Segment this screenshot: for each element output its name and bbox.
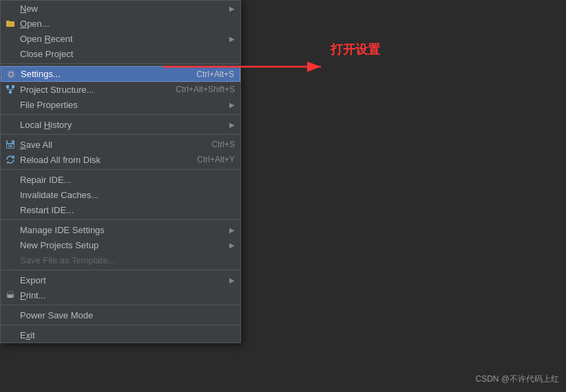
menu-item-new-projects-setup[interactable]: New Projects Setup ▶ xyxy=(1,237,240,252)
menu-item-file-properties-label: File Properties xyxy=(20,100,229,110)
menu-item-manage-ide-settings-label: Manage IDE Settings xyxy=(20,225,229,235)
menu-item-file-properties-arrow: ▶ xyxy=(229,101,235,109)
svg-rect-4 xyxy=(12,85,14,88)
menu-item-new[interactable]: New ▶ xyxy=(1,1,240,16)
menu-item-invalidate-caches-label: Invalidate Caches... xyxy=(20,190,235,200)
separator-5 xyxy=(1,219,240,220)
menu-item-save-all[interactable]: Save All Ctrl+S xyxy=(1,137,240,152)
menu-item-project-structure-shortcut: Ctrl+Alt+Shift+S xyxy=(162,85,235,94)
menu-item-save-all-label: Save All xyxy=(20,140,198,150)
separator-4 xyxy=(1,169,240,170)
svg-rect-1 xyxy=(6,21,10,22)
svg-rect-7 xyxy=(8,140,12,143)
menu-item-reload[interactable]: Reload All from Disk Ctrl+Alt+Y xyxy=(1,152,240,167)
menu-item-close-project-label: Close Project xyxy=(20,49,235,59)
menu-item-manage-ide-settings[interactable]: Manage IDE Settings ▶ xyxy=(1,222,240,237)
menu-item-save-file-as-template[interactable]: Save File as Template... xyxy=(1,252,240,268)
svg-rect-13 xyxy=(8,297,12,298)
separator-2 xyxy=(1,114,240,115)
svg-rect-0 xyxy=(6,21,14,27)
svg-point-2 xyxy=(9,72,13,76)
menu-item-new-projects-setup-arrow: ▶ xyxy=(229,241,235,249)
menu-item-open-recent[interactable]: Open Recent ▶ xyxy=(1,31,240,46)
menu-item-reload-label: Reload All from Disk xyxy=(20,155,183,165)
menu-item-project-structure-label: Project Structure... xyxy=(20,85,162,95)
menu-item-reload-shortcut: Ctrl+Alt+Y xyxy=(183,155,235,164)
menu-item-open-recent-arrow: ▶ xyxy=(229,35,235,43)
menu-item-repair-ide-label: Repair IDE... xyxy=(20,175,235,185)
menu-item-save-file-as-template-label: Save File as Template... xyxy=(20,255,235,265)
menu-item-new-arrow: ▶ xyxy=(229,5,235,12)
svg-rect-12 xyxy=(8,296,12,296)
annotation-text: 打开设置 xyxy=(331,41,380,58)
menu-item-open-recent-label: Open Recent xyxy=(20,34,229,44)
svg-rect-3 xyxy=(6,85,9,88)
watermark: CSDN @不许代码上红 xyxy=(475,373,559,385)
menu-item-new-label: New xyxy=(20,3,229,14)
menu-item-export-label: Export xyxy=(20,275,229,285)
menu-item-exit[interactable]: Exit xyxy=(1,327,240,342)
menu-item-local-history-label: Local History xyxy=(20,120,229,130)
menu-item-project-structure[interactable]: Project Structure... Ctrl+Alt+Shift+S xyxy=(1,82,240,97)
menu-item-open-label: Open... xyxy=(20,19,235,29)
menu-item-print[interactable]: Print... xyxy=(1,287,240,303)
menu-item-repair-ide[interactable]: Repair IDE... xyxy=(1,172,240,187)
menu-item-exit-label: Exit xyxy=(20,330,235,340)
menu-item-local-history[interactable]: Local History ▶ xyxy=(1,117,240,132)
menu-item-print-label: Print... xyxy=(20,290,235,301)
menu-item-restart-ide[interactable]: Restart IDE... xyxy=(1,202,240,217)
menu-item-power-save-mode[interactable]: Power Save Mode xyxy=(1,307,240,323)
menu-item-settings-label: Settings... xyxy=(21,69,182,79)
separator-6 xyxy=(1,270,240,270)
separator-3 xyxy=(1,134,240,135)
menu-item-open[interactable]: Open... xyxy=(1,16,240,31)
folder-icon xyxy=(5,18,16,29)
svg-rect-5 xyxy=(9,91,12,94)
menu-item-invalidate-caches[interactable]: Invalidate Caches... xyxy=(1,187,240,202)
settings-icon xyxy=(6,69,17,80)
separator-7 xyxy=(1,305,240,305)
menu-item-new-projects-setup-label: New Projects Setup xyxy=(20,240,229,250)
save-icon xyxy=(5,139,16,150)
menu-item-manage-ide-settings-arrow: ▶ xyxy=(229,226,235,234)
menu-item-power-save-mode-label: Power Save Mode xyxy=(20,310,235,320)
menu-item-local-history-arrow: ▶ xyxy=(229,121,235,129)
menu-item-settings-shortcut: Ctrl+Alt+S xyxy=(182,69,234,79)
menu-item-export-arrow: ▶ xyxy=(229,276,235,284)
svg-rect-9 xyxy=(8,145,12,147)
project-structure-icon xyxy=(5,84,16,95)
menu-item-export[interactable]: Export ▶ xyxy=(1,272,240,287)
menu-item-file-properties[interactable]: File Properties ▶ xyxy=(1,97,240,112)
menu-item-close-project[interactable]: Close Project xyxy=(1,46,240,61)
menu-item-settings[interactable]: Settings... Ctrl+Alt+S xyxy=(1,66,240,82)
svg-rect-11 xyxy=(8,292,13,294)
file-menu: New ▶ Open... Open Recent ▶ Close Projec… xyxy=(0,0,241,343)
print-icon xyxy=(5,290,16,301)
reload-icon xyxy=(5,154,16,165)
menu-item-save-all-shortcut: Ctrl+S xyxy=(198,140,235,149)
separator-1 xyxy=(1,63,240,64)
menu-item-restart-ide-label: Restart IDE... xyxy=(20,205,235,215)
separator-8 xyxy=(1,325,240,325)
